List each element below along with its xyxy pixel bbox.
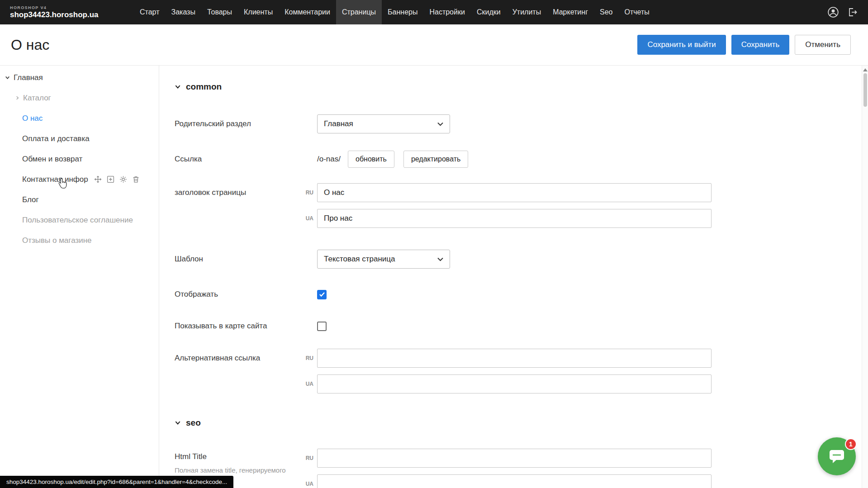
field-hint: Полная замена title, генерируемого <box>175 466 301 474</box>
lang-tag-ua: UA <box>301 481 313 487</box>
sidebar-item-obmen-i-vozvrat[interactable]: Обмен и возврат <box>0 149 159 169</box>
template-select[interactable]: Текстовая страница <box>317 250 450 269</box>
field-label: Ссылка <box>175 155 317 164</box>
scrollbar-up-arrow[interactable] <box>863 68 868 71</box>
field-label: Отображать <box>175 290 317 299</box>
chevron-down-icon <box>437 257 443 261</box>
lang-tag-ru: RU <box>301 355 313 361</box>
save-and-exit-button[interactable]: Сохранить и выйти <box>637 35 726 55</box>
page-edit-form: common Родительский раздел Главная Ссылк… <box>160 66 862 488</box>
chat-widget-button[interactable]: 1 <box>818 437 856 475</box>
topbar: HOROSHOP V4 shop34423.horoshop.ua Старт … <box>0 0 868 24</box>
nav-item-banners[interactable]: Баннеры <box>382 0 423 24</box>
nav-item-products[interactable]: Товары <box>201 0 238 24</box>
tree-item-label: Главная <box>14 73 43 82</box>
chevron-down-icon <box>175 420 181 426</box>
template-row: Шаблон Текстовая страница <box>175 250 862 269</box>
sitemap-checkbox[interactable] <box>317 322 327 331</box>
lang-tag-ru: RU <box>301 455 313 461</box>
edit-link-button[interactable]: редактировать <box>403 151 468 168</box>
alt-link-row: Альтернативная ссылка RU UA <box>175 349 862 393</box>
field-label: Показывать в карте сайта <box>175 322 317 331</box>
trash-icon[interactable] <box>132 175 140 183</box>
page-title-ru-input[interactable] <box>317 183 711 202</box>
brand[interactable]: HOROSHOP V4 shop34423.horoshop.ua <box>0 5 124 19</box>
tree-item-label: Блог <box>22 195 39 204</box>
page-title: О нас <box>0 37 49 53</box>
nav-item-reports[interactable]: Отчеты <box>618 0 655 24</box>
nav-item-clients[interactable]: Клиенты <box>238 0 279 24</box>
pages-tree-sidebar: Главная Каталог О нас Оплата и доставка … <box>0 66 159 488</box>
parent-section-row: Родительский раздел Главная <box>175 114 862 133</box>
section-seo[interactable]: seo <box>175 418 862 428</box>
scrollbar[interactable] <box>862 66 868 488</box>
tree-item-label: Пользовательское соглашение <box>22 216 133 225</box>
sidebar-item-glavnaya[interactable]: Главная <box>0 67 159 88</box>
logout-icon[interactable] <box>847 7 858 18</box>
parent-section-select[interactable]: Главная <box>317 114 450 133</box>
check-icon <box>319 292 325 297</box>
nav-item-marketing[interactable]: Маркетинг <box>547 0 594 24</box>
page-header: О нас Сохранить и выйти Сохранить Отмени… <box>0 24 868 66</box>
refresh-link-button[interactable]: обновить <box>348 151 394 168</box>
chat-unread-badge: 1 <box>845 438 857 450</box>
section-title: common <box>186 82 222 92</box>
topbar-icons <box>827 6 868 18</box>
sidebar-item-kontaktnaya-informatsiya[interactable]: Контактная инфор <box>0 169 159 190</box>
nav-item-start[interactable]: Старт <box>134 0 165 24</box>
nav-item-utilities[interactable]: Утилиты <box>507 0 547 24</box>
chat-bubble-icon <box>828 448 846 464</box>
tree-item-label: Контактная инфор <box>22 175 88 184</box>
section-title: seo <box>186 418 201 428</box>
alt-link-ru-input[interactable] <box>317 349 711 368</box>
sidebar-item-o-nas[interactable]: О нас <box>0 108 159 128</box>
nav-item-settings[interactable]: Настройки <box>423 0 470 24</box>
field-label: Родительский раздел <box>175 119 317 128</box>
html-title-row: Html Title Полная замена title, генериру… <box>175 449 862 488</box>
status-url-tooltip: shop34423.horoshop.ua/edit/edit.php?id=6… <box>0 476 233 488</box>
nav-item-discounts[interactable]: Скидки <box>471 0 507 24</box>
chevron-down-icon <box>5 75 10 81</box>
save-button[interactable]: Сохранить <box>731 35 789 55</box>
sidebar-item-katalog[interactable]: Каталог <box>0 88 159 108</box>
tree-item-label: Отзывы о магазине <box>22 236 92 245</box>
scrollbar-thumb[interactable] <box>863 73 867 107</box>
lang-tag-ru: RU <box>301 190 313 196</box>
page-title-row: заголовок страницы RU UA <box>175 183 862 228</box>
tree-item-actions <box>94 175 140 183</box>
move-icon[interactable] <box>94 175 102 183</box>
field-label: заголовок страницы <box>175 183 301 228</box>
brand-version: HOROSHOP V4 <box>10 5 124 10</box>
nav-item-comments[interactable]: Комментарии <box>279 0 336 24</box>
nav-item-seo[interactable]: Seo <box>594 0 618 24</box>
page-title-ua-input[interactable] <box>317 209 711 228</box>
sidebar-item-oplata-i-dostavka[interactable]: Оплата и доставка <box>0 128 159 149</box>
cancel-button[interactable]: Отменить <box>795 35 851 55</box>
html-title-ua-input[interactable] <box>317 474 711 488</box>
nav-item-pages[interactable]: Страницы <box>336 0 382 24</box>
lang-tag-ua: UA <box>301 381 313 387</box>
chevron-down-icon <box>437 122 443 126</box>
tree-item-label: Каталог <box>23 94 51 103</box>
lang-tag-ua: UA <box>301 215 313 222</box>
sidebar-item-polzovatelskoe-soglashenie[interactable]: Пользовательское соглашение <box>0 210 159 230</box>
add-page-icon[interactable] <box>107 175 114 183</box>
display-row: Отображать <box>175 285 862 304</box>
alt-link-ua-input[interactable] <box>317 374 711 393</box>
tree-item-label: Оплата и доставка <box>22 134 90 143</box>
sidebar-item-otzyvy-o-magazine[interactable]: Отзывы о магазине <box>0 230 159 251</box>
sidebar-item-blog[interactable]: Блог <box>0 190 159 210</box>
section-common[interactable]: common <box>175 82 862 92</box>
tree-item-label: Обмен и возврат <box>22 155 82 164</box>
chevron-right-icon <box>15 95 20 100</box>
field-label: Шаблон <box>175 255 317 264</box>
user-account-icon[interactable] <box>827 6 839 18</box>
top-nav: Старт Заказы Товары Клиенты Комментарии … <box>134 0 655 24</box>
html-title-ru-input[interactable] <box>317 449 711 468</box>
display-checkbox[interactable] <box>317 290 327 299</box>
page-url-path: /o-nas/ <box>317 155 341 164</box>
selected-value: Главная <box>324 119 353 128</box>
nav-item-orders[interactable]: Заказы <box>165 0 201 24</box>
settings-gear-icon[interactable] <box>119 175 127 183</box>
field-label: Html Title <box>175 452 301 461</box>
